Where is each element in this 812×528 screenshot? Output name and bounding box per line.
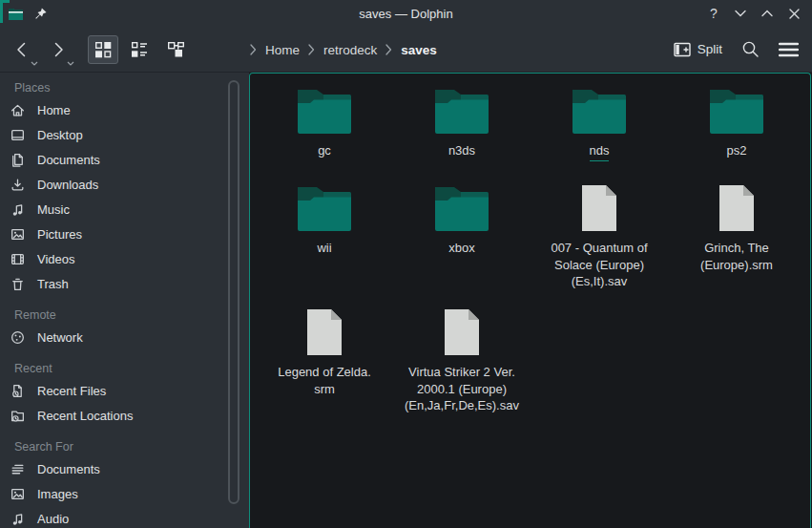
folder-icon xyxy=(297,182,352,232)
sidebar-item-recent-files[interactable]: Recent Files xyxy=(0,378,249,403)
sidebar-item-label: Images xyxy=(37,487,78,501)
item-label-line: Legend of Zelda. xyxy=(278,364,371,381)
help-button[interactable]: ? xyxy=(705,5,722,22)
icons-view-button[interactable] xyxy=(88,35,118,64)
section-title-remote: Remote xyxy=(0,306,249,325)
item-label-line: wii xyxy=(317,240,331,257)
sidebar-item-label: Recent Files xyxy=(37,384,106,398)
sidebar-item-music[interactable]: Music xyxy=(0,197,249,222)
item-label: Grinch, The(Europe).srm xyxy=(700,240,773,273)
window-corner-accent xyxy=(0,0,10,3)
window-corner-accent xyxy=(0,0,3,23)
folder-item-ps2[interactable]: ps2 xyxy=(668,85,805,182)
pin-icon[interactable] xyxy=(33,7,48,21)
pictures-icon xyxy=(10,226,26,243)
sidebar-item-videos[interactable]: Videos xyxy=(0,246,249,271)
item-label-line: Virtua Striker 2 Ver. xyxy=(408,364,515,381)
maximize-button[interactable] xyxy=(759,5,776,22)
details-view-button[interactable] xyxy=(124,35,155,64)
section-title-recent: Recent xyxy=(0,359,249,378)
breadcrumb-item-retrodeck[interactable]: retrodeck xyxy=(323,43,377,57)
sidebar-item-label: Documents xyxy=(37,462,100,476)
sidebar-item-label: Videos xyxy=(37,252,75,266)
minimize-button[interactable] xyxy=(732,5,749,22)
sidebar-item-desktop[interactable]: Desktop xyxy=(0,122,249,147)
toolbar-right-group: Split xyxy=(674,40,812,58)
sidebar-item-label: Pictures xyxy=(37,227,82,242)
item-label-line: ps2 xyxy=(727,142,747,159)
file-item-007-quantum-of-solace-europe-es-it-sav[interactable]: 007 - Quantum ofSolace (Europe)(Es,It).s… xyxy=(531,182,668,306)
folder-item-wii[interactable]: wii xyxy=(256,182,393,306)
item-label-line: Solace (Europe) xyxy=(554,257,644,274)
sidebar-item-pictures[interactable]: Pictures xyxy=(0,222,249,246)
folder-item-nds[interactable]: nds xyxy=(531,85,668,182)
recent-locations-icon xyxy=(10,408,26,424)
sidebar-item-documents[interactable]: Documents xyxy=(0,456,249,481)
sidebar-scrollbar[interactable] xyxy=(228,80,239,504)
desktop-icon xyxy=(10,127,26,143)
item-label-line: 2000.1 (Europe) xyxy=(417,381,507,398)
close-button[interactable] xyxy=(785,5,802,22)
item-label: Virtua Striker 2 Ver.2000.1 (Europe)(En,… xyxy=(405,364,519,414)
item-label: wii xyxy=(317,240,331,257)
sidebar-item-home[interactable]: Home xyxy=(0,97,249,122)
item-label: Legend of Zelda.srm xyxy=(278,364,371,397)
sidebar-item-downloads[interactable]: Downloads xyxy=(0,172,249,197)
folder-item-xbox[interactable]: xbox xyxy=(393,182,531,306)
section-title-places: Places xyxy=(0,78,249,97)
breadcrumb: Homeretrodecksaves xyxy=(250,27,437,73)
folder-icon xyxy=(297,85,352,135)
sidebar-item-network[interactable]: Network xyxy=(0,325,249,349)
item-label: n3ds xyxy=(448,142,475,159)
folder-item-gc[interactable]: gc xyxy=(256,85,393,182)
back-button[interactable] xyxy=(8,35,36,64)
breadcrumb-chevron-icon xyxy=(250,44,257,55)
folder-view[interactable]: gc n3ds nds ps2 wii xbox 007 - Quantum o… xyxy=(249,73,811,528)
item-label-line: n3ds xyxy=(448,142,475,159)
sidebar-item-trash[interactable]: Trash xyxy=(0,271,249,296)
item-label-line: Grinch, The xyxy=(704,240,769,257)
item-label-line: (Europe).srm xyxy=(700,257,773,274)
file-icon xyxy=(444,306,480,356)
sidebar-item-audio[interactable]: Audio xyxy=(0,506,249,528)
sidebar-item-label: Trash xyxy=(37,277,69,291)
tree-view-button[interactable] xyxy=(160,35,191,64)
videos-icon xyxy=(10,251,26,267)
folder-icon xyxy=(434,85,489,135)
recent-files-icon xyxy=(10,383,26,399)
sidebar-item-label: Network xyxy=(37,330,83,345)
file-grid: gc n3ds nds ps2 wii xbox 007 - Quantum o… xyxy=(250,74,810,414)
sidebar-item-recent-locations[interactable]: Recent Locations xyxy=(0,403,249,428)
split-button[interactable]: Split xyxy=(674,42,722,57)
folder-icon xyxy=(572,85,627,135)
item-label-line: (Es,It).sav xyxy=(572,273,628,290)
sidebar-item-images[interactable]: Images xyxy=(0,481,249,506)
item-label: ps2 xyxy=(727,142,747,159)
breadcrumb-item-home[interactable]: Home xyxy=(265,43,300,57)
back-history-caret-icon[interactable] xyxy=(31,61,38,66)
sidebar-item-label: Recent Locations xyxy=(37,409,133,423)
music-icon xyxy=(10,201,26,218)
item-label-line: gc xyxy=(318,142,331,159)
folder-icon xyxy=(434,182,489,232)
item-label: xbox xyxy=(448,240,474,257)
breadcrumb-item-saves[interactable]: saves xyxy=(401,43,437,57)
file-item-legend-of-zelda-srm[interactable]: Legend of Zelda.srm xyxy=(256,306,393,414)
split-icon xyxy=(674,42,691,57)
hamburger-menu-icon[interactable] xyxy=(779,42,799,57)
item-label: gc xyxy=(318,142,331,159)
search-icon[interactable] xyxy=(741,40,760,58)
item-label-line: xbox xyxy=(448,240,474,257)
file-icon xyxy=(718,182,755,232)
folder-item-n3ds[interactable]: n3ds xyxy=(393,85,531,182)
file-item-grinch-the-europe-srm[interactable]: Grinch, The(Europe).srm xyxy=(668,182,805,306)
sidebar-item-label: Documents xyxy=(37,153,100,167)
forward-button[interactable] xyxy=(44,35,73,64)
sidebar-item-label: Downloads xyxy=(37,178,98,192)
breadcrumb-chevron-icon xyxy=(385,44,392,55)
places-panel: PlacesHomeDesktopDocumentsDownloadsMusic… xyxy=(0,73,249,528)
forward-history-caret-icon[interactable] xyxy=(67,61,74,66)
file-item-virtua-striker-2-ver-2000-1-europe-en-ja-fr-de-es-sav[interactable]: Virtua Striker 2 Ver.2000.1 (Europe)(En,… xyxy=(393,306,531,414)
breadcrumb-chevron-icon xyxy=(308,44,315,55)
sidebar-item-documents[interactable]: Documents xyxy=(0,147,249,172)
